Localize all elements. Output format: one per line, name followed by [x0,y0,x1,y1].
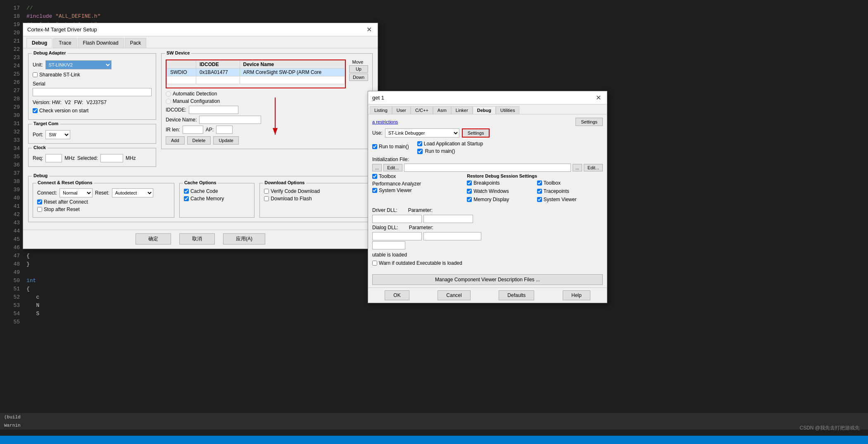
shareable-label: Shareable ST-Link [39,72,80,78]
move-down-button[interactable]: Down [349,74,368,81]
dialog-dll-group: Dialog DLL: Parameter: TARMSTM.DLL -pSTM… [372,225,603,249]
connect-select[interactable]: Normal [59,188,93,197]
load-app-label: Load Application at Startup [424,141,483,147]
device-name-input[interactable] [199,116,261,124]
idcode-input[interactable] [189,106,238,114]
second-dialog-footer: OK Cancel Defaults Help [368,287,607,303]
debug-section: Debug Connect & Reset Options Connect: N… [23,176,378,230]
run-to-main-checkbox-2[interactable] [417,149,423,154]
tab-listing[interactable]: Listing [370,106,392,114]
tab-cpp[interactable]: C/C++ [411,106,433,114]
settings-btn-2[interactable]: Settings [463,129,489,137]
download-checkboxes: Verify Code Download Download to Flash [264,188,364,202]
tracepoints-checkbox[interactable] [537,189,542,194]
dots-btn-2[interactable]: ... [573,164,582,171]
toolbox-checkbox-1[interactable] [372,174,377,179]
tab-debug-second[interactable]: Debug [473,106,496,114]
tab-pack[interactable]: Pack [125,38,147,48]
system-viewer-checkbox-1[interactable] [372,188,377,193]
restrictions-link[interactable]: a restrictions [372,119,398,124]
debugger-select[interactable]: ST-Link Debugger [385,128,459,138]
port-select[interactable]: SW [45,130,70,139]
table-row[interactable]: SWDIO 0x1BA01477 ARM CoreSight SW-DP (AR… [167,69,345,76]
download-flash-checkbox[interactable] [264,196,269,201]
move-up-button[interactable]: Up [349,65,368,73]
reset-after-checkbox[interactable] [37,199,42,204]
shareable-checkbox[interactable] [33,72,38,77]
system-viewer-label-1: System Viewer [379,188,412,193]
warn-checkbox[interactable] [372,261,377,266]
load-app-row: Load Application at Startup [417,141,603,147]
detection-section: Automatic Detection Manual Configuration [166,91,368,104]
tab-asm[interactable]: Asm [433,106,451,114]
manual-config-label: Manual Configuration [173,98,220,104]
breakpoints-row: Breakpoints [467,180,533,186]
tab-flash-download[interactable]: Flash Download [78,38,124,48]
system-viewer-checkbox-2[interactable] [537,197,542,202]
debug-adapter-group: Debug Adapter Unit: ST-LINK/V2 Shareable… [28,53,156,120]
breakpoints-checkbox[interactable] [467,180,472,185]
update-button[interactable]: Update [213,136,238,145]
clock-label: Clock [32,145,48,150]
auto-detect-radio[interactable] [166,91,171,97]
init-file-section: Initialization File: ... Edit... ... Edi… [372,157,603,172]
stop-after-checkbox[interactable] [37,207,42,212]
run-load-row: Run to main() Load Application at Startu… [372,141,603,154]
sw-device-table-red-box: IDCODE Device Name SWDIO 0x1BA01477 ARM … [166,59,346,88]
load-run-section: Load Application at Startup Run to main(… [417,141,603,154]
reset-after-label: Reset after Connect [44,199,88,205]
action-buttons: Add Delete Update [166,136,368,145]
second-help-button[interactable]: Help [563,290,590,300]
driver-dll-input[interactable]: SARMCM3.DLL [372,215,422,223]
apply-button[interactable]: 应用(A) [223,233,265,245]
tab-user[interactable]: User [392,106,411,114]
cache-memory-checkbox[interactable] [184,196,189,201]
second-ok-button[interactable]: OK [385,290,409,300]
serial-input[interactable]: 093A0E0014145043574D4E00 [33,88,152,96]
driver-param-label: Parameter: [408,207,433,213]
toolbox-checkbox-2[interactable] [537,180,542,185]
verify-code-checkbox[interactable] [264,189,269,194]
check-version-checkbox[interactable] [33,108,38,113]
edit-btn-2[interactable]: Edit... [584,164,603,171]
init-file-input-1[interactable] [404,164,571,172]
dots-btn-1[interactable]: ... [372,164,382,171]
reset-select[interactable]: Autodetect [112,188,153,197]
dialog-param-input[interactable]: -pSTM32F103C8 [423,232,481,240]
irlen-input[interactable] [183,126,203,134]
ok-button[interactable]: 确定 [136,233,171,245]
warn-checkbox-row: Warn if outdated Executable is loaded [372,260,603,266]
delete-button[interactable]: Delete [187,136,211,145]
watch-windows-checkbox[interactable] [467,189,472,194]
unit-select[interactable]: ST-LINK/V2 [45,60,112,69]
shareable-row: Shareable ST-Link [33,72,152,78]
load-app-checkbox[interactable] [417,141,422,146]
cancel-button[interactable]: 取消 [179,233,215,245]
manage-button[interactable]: Manage Component Viewer Description File… [372,274,603,285]
second-dialog-close-button[interactable]: ✕ [594,94,603,102]
main-dialog-close-button[interactable]: ✕ [365,26,373,33]
bottom-options: Connect & Reset Options Connect: Normal … [33,180,368,218]
ap-input[interactable]: 0 [216,126,233,134]
run-to-main-checkbox-1[interactable] [372,144,377,149]
manual-config-radio[interactable] [166,99,171,104]
tab-linker[interactable]: Linker [451,106,473,114]
cache-code-checkbox[interactable] [184,189,189,194]
mhz2-label: MHz [126,155,136,161]
second-cancel-button[interactable]: Cancel [438,290,470,300]
tab-utilities[interactable]: Utilities [496,106,519,114]
device-input[interactable]: 2F103C8 [372,241,405,249]
dialog-dll-section: Dialog DLL: Parameter: TARMSTM.DLL -pSTM… [372,225,603,249]
driver-param-input[interactable] [423,215,473,223]
edit-btn-1[interactable]: Edit... [383,164,402,171]
dialog-dll-input[interactable]: TARMSTM.DLL [372,232,422,240]
second-defaults-button[interactable]: Defaults [499,290,534,300]
add-button[interactable]: Add [166,136,185,145]
memory-display-checkbox[interactable] [467,197,472,202]
tab-trace[interactable]: Trace [53,38,76,48]
tab-debug[interactable]: Debug [26,38,52,48]
selected-input[interactable]: 1.800 [100,154,123,162]
driver-dll-inputs: SARMCM3.DLL [372,215,603,223]
req-input[interactable]: 10 [45,154,62,162]
settings-btn-1[interactable]: Settings [575,118,603,126]
